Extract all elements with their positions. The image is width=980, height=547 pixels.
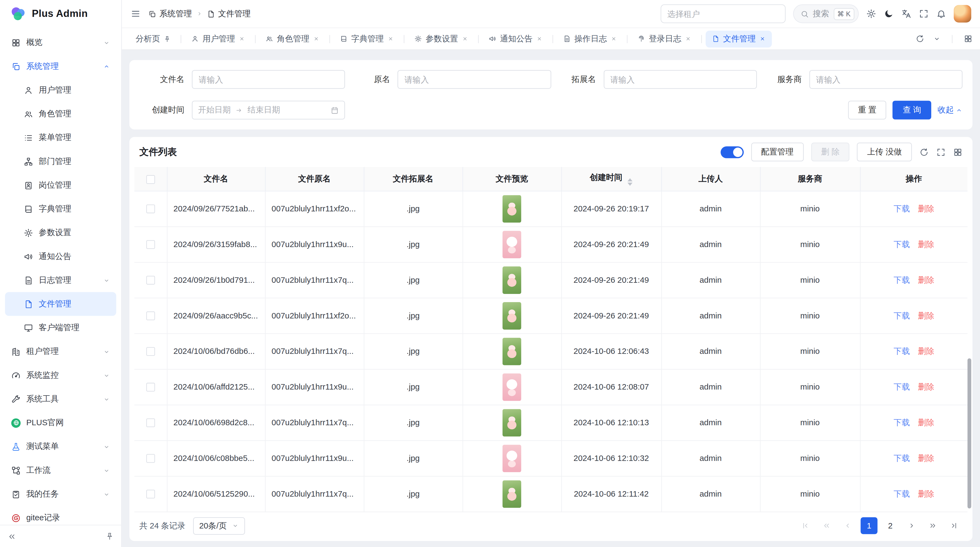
row-checkbox[interactable] (146, 490, 155, 499)
file-preview-image[interactable] (503, 373, 521, 401)
sidebar-item-menu-management[interactable]: 菜单管理 (5, 126, 116, 149)
sidebar-item-param-settings[interactable]: 参数设置 (5, 221, 116, 244)
row-checkbox[interactable] (146, 204, 155, 213)
delete-link[interactable]: 删除 (918, 453, 934, 462)
file-preview-image[interactable] (503, 444, 521, 472)
download-link[interactable]: 下载 (894, 489, 910, 498)
col-create-time[interactable]: 创建时间 (561, 167, 661, 191)
sidebar-item-post-management[interactable]: 岗位管理 (5, 173, 116, 197)
sort-icon[interactable] (628, 178, 633, 186)
download-link[interactable]: 下载 (894, 275, 910, 284)
row-checkbox[interactable] (146, 240, 155, 249)
tenant-select-input[interactable] (660, 4, 785, 23)
provider-input[interactable] (809, 70, 963, 89)
close-icon[interactable] (685, 36, 691, 42)
collapse-filters-link[interactable]: 收起 (937, 104, 963, 115)
delete-link[interactable]: 删除 (918, 311, 934, 320)
table-row[interactable]: 2024/09/26/77521ab... 007u2bluly1hrr11xf… (134, 191, 967, 226)
global-search[interactable]: 搜索 ⌘ K (793, 4, 859, 23)
sidebar-item-test-menu[interactable]: 测试菜单 (5, 435, 116, 458)
jump-forward-button[interactable] (924, 517, 941, 534)
close-icon[interactable] (239, 36, 245, 42)
refresh-icon[interactable] (915, 34, 924, 43)
sidebar-item-plus-website[interactable]: PLUS官网 (5, 411, 116, 434)
sidebar-item-system-management[interactable]: 系统管理 (5, 54, 116, 78)
settings-button[interactable] (866, 9, 876, 19)
delete-link[interactable]: 删除 (918, 382, 934, 391)
sidebar-item-tenant-management[interactable]: 租户管理 (5, 340, 116, 364)
table-row[interactable]: 2024/10/06/bd76db6... 007u2bluly1hrr11x7… (134, 333, 967, 369)
toolbar-toggle[interactable] (721, 146, 744, 158)
table-row[interactable]: 2024/10/06/c08bbe5... 007u2bluly1hrr11x9… (134, 440, 967, 476)
download-link[interactable]: 下载 (894, 239, 910, 249)
row-checkbox[interactable] (146, 454, 155, 463)
origin-name-input[interactable] (398, 70, 551, 89)
fullscreen-table-button[interactable] (936, 147, 945, 156)
tab-notice[interactable]: 通知公告 (482, 30, 549, 47)
sidebar-item-role-management[interactable]: 角色管理 (5, 102, 116, 126)
close-icon[interactable] (759, 36, 766, 42)
prev-page-button[interactable] (839, 517, 856, 534)
config-management-button[interactable]: 配置管理 (751, 142, 803, 161)
page-number-1[interactable]: 1 (861, 517, 877, 534)
delete-link[interactable]: 删除 (918, 346, 934, 356)
delete-button[interactable]: 删 除 (811, 142, 850, 161)
tab-login-log[interactable]: 登录日志 (631, 30, 697, 47)
reset-button[interactable]: 重 置 (848, 101, 886, 120)
sidebar-item-log-management[interactable]: 日志管理 (5, 268, 116, 292)
sidebar-item-user-management[interactable]: 用户管理 (5, 78, 116, 102)
close-icon[interactable] (387, 36, 394, 42)
date-range-picker[interactable]: 开始日期 结束日期 (192, 101, 345, 120)
language-button[interactable] (901, 9, 912, 19)
tab-param-settings[interactable]: 参数设置 (408, 30, 474, 47)
user-avatar[interactable] (954, 5, 971, 22)
sidebar-item-gitee-log[interactable]: gitee记录 (5, 506, 116, 525)
sidebar-item-dict-management[interactable]: 字典管理 (5, 197, 116, 221)
download-link[interactable]: 下载 (894, 311, 910, 320)
file-preview-image[interactable] (503, 195, 521, 222)
table-row[interactable]: 2024/09/26/1b0d791... 007u2bluly1hrr11x7… (134, 262, 967, 298)
row-checkbox[interactable] (146, 419, 155, 427)
close-icon[interactable] (313, 36, 319, 42)
download-link[interactable]: 下载 (894, 346, 910, 356)
fullscreen-button[interactable] (919, 9, 929, 19)
download-link[interactable]: 下载 (894, 204, 910, 213)
table-row[interactable]: 2024/10/06/698d2c8... 007u2bluly1hrr11x7… (134, 405, 967, 440)
pin-sidebar-icon[interactable] (106, 532, 114, 541)
row-checkbox[interactable] (146, 347, 155, 356)
close-icon[interactable] (536, 36, 542, 42)
tab-role-management[interactable]: 角色管理 (259, 30, 326, 47)
sidebar-item-file-management[interactable]: 文件管理 (5, 292, 116, 316)
table-row[interactable]: 2024/09/26/aacc9b5c... 007u2bluly1hrr11x… (134, 298, 967, 333)
sidebar-item-system-tools[interactable]: 系统工具 (5, 387, 116, 411)
delete-link[interactable]: 删除 (918, 204, 934, 213)
hamburger-menu-icon[interactable] (130, 9, 141, 19)
jump-back-button[interactable] (818, 517, 835, 534)
file-preview-image[interactable] (503, 338, 521, 365)
row-checkbox[interactable] (146, 276, 155, 285)
table-scrollbar[interactable] (967, 359, 971, 509)
tab-user-management[interactable]: 用户管理 (185, 30, 251, 47)
next-page-button[interactable] (903, 517, 920, 534)
breadcrumb-file-management[interactable]: 文件管理 (207, 8, 251, 19)
sidebar-item-client-management[interactable]: 客户端管理 (5, 316, 116, 340)
file-name-input[interactable] (192, 70, 345, 89)
page-size-select[interactable]: 20条/页 (193, 517, 245, 534)
close-icon[interactable] (462, 36, 468, 42)
query-button[interactable]: 查 询 (892, 101, 931, 120)
tab-operation-log[interactable]: 操作日志 (557, 30, 623, 47)
tab-analysis[interactable]: 分析页 (129, 30, 177, 47)
delete-link[interactable]: 删除 (918, 275, 934, 284)
delete-link[interactable]: 删除 (918, 418, 934, 427)
extension-input[interactable] (603, 70, 757, 89)
notifications-button[interactable] (936, 9, 946, 19)
delete-link[interactable]: 删除 (918, 239, 934, 249)
sidebar-item-workflow[interactable]: 工作流 (5, 458, 116, 482)
download-link[interactable]: 下载 (894, 382, 910, 391)
delete-link[interactable]: 删除 (918, 489, 934, 498)
sidebar-item-dept-management[interactable]: 部门管理 (5, 150, 116, 173)
column-settings-button[interactable] (953, 147, 962, 156)
sidebar-item-overview[interactable]: 概览 (5, 30, 116, 54)
refresh-table-button[interactable] (919, 147, 929, 156)
download-link[interactable]: 下载 (894, 453, 910, 462)
